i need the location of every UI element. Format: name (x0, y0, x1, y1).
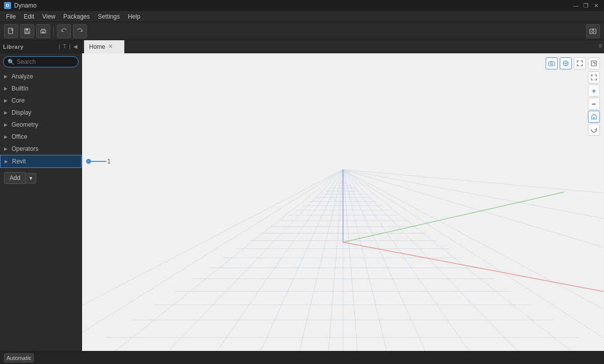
lib-ctrl-sep: | (68, 43, 71, 50)
execution-mode-wrapper: Automatic Manual ▼ (4, 353, 34, 362)
lib-ctrl-t[interactable]: T (62, 43, 67, 50)
app-icon: D (4, 2, 11, 9)
sidebar-item-label: Analyze (12, 73, 33, 80)
sidebar-item-label: Office (12, 133, 27, 140)
expand-arrow: ▶ (4, 122, 9, 127)
menu-help[interactable]: Help (124, 12, 144, 21)
sidebar-item-revit[interactable]: ▶ Revit (0, 155, 82, 168)
svg-rect-3 (26, 32, 29, 33)
fullscreen-button[interactable] (588, 71, 600, 83)
sidebar-item-office[interactable]: ▶ Office (0, 131, 82, 143)
grid-viewport (82, 53, 604, 351)
menu-view[interactable]: View (38, 12, 59, 21)
zoom-out-button[interactable]: − (588, 98, 600, 110)
svg-rect-6 (590, 29, 596, 34)
expand-arrow: ▶ (5, 159, 10, 164)
home-view-button[interactable] (588, 111, 600, 123)
undo-button[interactable] (57, 24, 71, 38)
sidebar-item-geometry[interactable]: ▶ Geometry (0, 119, 82, 131)
search-icon: 🔍 (8, 59, 15, 65)
menu-bar: File Edit View Packages Settings Help (0, 11, 604, 22)
expand-arrow: ▶ (4, 74, 9, 79)
sidebar-item-builtin[interactable]: ▶ BuiltIn (0, 82, 82, 95)
refresh-button[interactable] (588, 124, 600, 136)
sidebar-item-label: Core (12, 97, 25, 104)
sidebar-item-label: Geometry (12, 121, 38, 128)
sidebar-item-label: BuiltIn (12, 85, 28, 92)
canvas-area: Home ✕ ≡ (82, 40, 604, 351)
lib-ctrl-collapse[interactable]: ◀ (72, 43, 79, 50)
fit-view-button[interactable] (574, 57, 586, 69)
node-connector: 1 (86, 158, 112, 165)
camera-mode-button[interactable] (546, 57, 558, 69)
expand-arrow: ▶ (4, 86, 9, 91)
print-button[interactable] (36, 24, 50, 38)
sidebar-item-label: Operators (12, 145, 38, 152)
save-button[interactable] (20, 24, 34, 38)
redo-button[interactable] (73, 24, 87, 38)
tab-overflow-button[interactable]: ≡ (598, 42, 602, 49)
menu-file[interactable]: File (2, 12, 20, 21)
tab-bar: Home ✕ ≡ (82, 40, 604, 53)
main-area: Library | T | ◀ 🔍 ▶ Analyze ▶ BuiltIn ▶ … (0, 40, 604, 351)
sidebar-item-label: Display (12, 109, 31, 116)
expand-arrow: ▶ (4, 110, 9, 115)
sidebar-item-analyze[interactable]: ▶ Analyze (0, 70, 82, 82)
library-header: Library | T | ◀ (0, 40, 82, 53)
new-button[interactable] (4, 24, 18, 38)
minimize-button[interactable]: — (572, 2, 580, 10)
svg-rect-60 (551, 61, 552, 62)
svg-rect-5 (42, 32, 45, 33)
svg-rect-2 (26, 29, 28, 31)
viewport[interactable]: 1 (82, 53, 604, 351)
title-bar: D Dynamo — ❐ ✕ (0, 0, 604, 11)
viewport-top-controls (546, 57, 600, 69)
connector-label: 1 (106, 158, 112, 165)
screenshot-button[interactable] (586, 24, 600, 38)
sidebar-item-label: Revit (12, 158, 26, 165)
zoom-in-button[interactable]: + (588, 84, 600, 97)
search-input[interactable] (17, 58, 74, 65)
svg-rect-64 (591, 61, 596, 66)
menu-settings[interactable]: Settings (94, 12, 124, 21)
menu-packages[interactable]: Packages (59, 12, 94, 21)
add-dropdown-button[interactable]: ▼ (26, 173, 36, 184)
zoom-in-icon: + (592, 86, 596, 95)
search-box[interactable]: 🔍 (3, 56, 79, 67)
connector-line (91, 161, 106, 162)
sidebar-item-display[interactable]: ▶ Display (0, 107, 82, 119)
connector-dot (86, 159, 91, 164)
tab-close-button[interactable]: ✕ (108, 43, 113, 50)
svg-rect-58 (549, 62, 555, 66)
execution-mode-select[interactable]: Automatic Manual (4, 353, 34, 362)
maximize-button[interactable]: ❐ (582, 2, 590, 10)
zoom-out-icon: − (592, 100, 596, 108)
add-button-group: Add ▼ (4, 172, 78, 184)
menu-edit[interactable]: Edit (20, 12, 38, 21)
expand-arrow: ▶ (4, 146, 9, 151)
toolbar-separator (53, 26, 54, 36)
svg-point-59 (551, 63, 553, 65)
camera2-button[interactable] (560, 57, 572, 69)
status-bar: Automatic Manual ▼ (0, 351, 604, 364)
tab-home[interactable]: Home ✕ (84, 40, 124, 53)
sidebar-item-operators[interactable]: ▶ Operators (0, 143, 82, 155)
svg-point-7 (592, 30, 594, 33)
svg-rect-8 (592, 29, 594, 30)
expand-arrow: ▶ (4, 134, 9, 139)
sidebar: Library | T | ◀ 🔍 ▶ Analyze ▶ BuiltIn ▶ … (0, 40, 82, 351)
toolbar (0, 22, 604, 40)
sidebar-item-core[interactable]: ▶ Core (0, 95, 82, 107)
tab-label: Home (89, 43, 105, 50)
library-controls: | T | ◀ (58, 43, 79, 50)
svg-rect-0 (9, 28, 13, 34)
zoom-extents-button[interactable] (588, 57, 600, 69)
close-button[interactable]: ✕ (592, 2, 600, 10)
add-main-button[interactable]: Add (4, 172, 26, 184)
expand-arrow: ▶ (4, 98, 9, 103)
viewport-right-controls: + − (588, 71, 600, 136)
title-text: Dynamo (14, 2, 37, 9)
library-title: Library (3, 44, 24, 50)
lib-ctrl-1[interactable]: | (58, 43, 61, 50)
